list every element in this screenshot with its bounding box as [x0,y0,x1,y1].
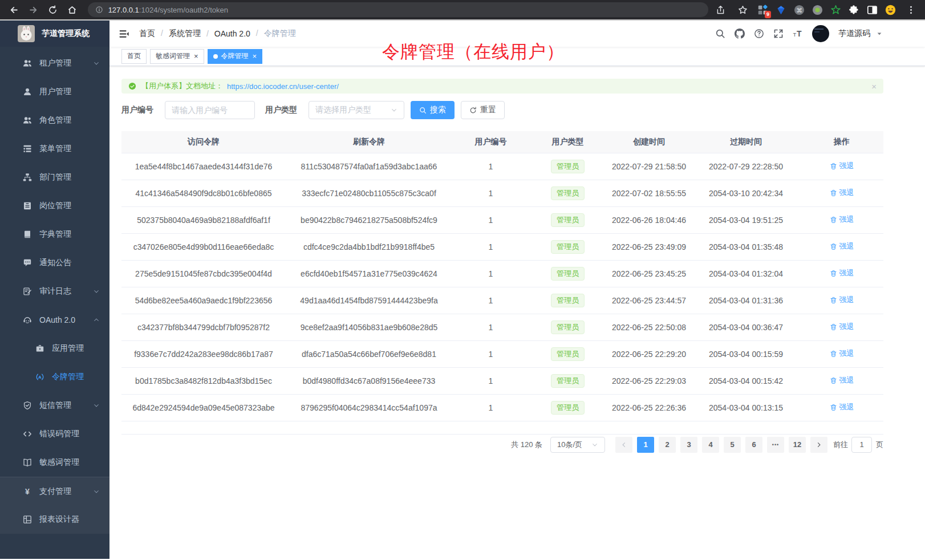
sidebar-item[interactable]: A 令牌管理 [0,363,109,391]
page-button[interactable]: 5 [724,437,741,453]
table-row: f9336e7c7dd242a283ee98dc86b17a87 dfa6c71… [121,340,883,367]
breadcrumb-item[interactable]: 令牌管理 [250,29,296,39]
page-button[interactable]: ••• [767,437,784,453]
sidebar-item[interactable]: 通知公告 [0,249,109,277]
view-tab[interactable]: 令牌管理 × [208,49,263,64]
goto-suffix: 页 [876,440,883,450]
chevron-down-icon [591,441,598,448]
sidebar-menu: 租户管理 用户管理 角色管理 菜单管理 部门管理 [0,47,109,534]
browser-reload-icon[interactable] [46,2,60,17]
search-form: 用户编号 用户类型 请选择用户类型 搜索 重置 [121,101,883,119]
reset-button[interactable]: 重置 [461,101,505,119]
sidebar-item[interactable]: ¥ 支付管理 [0,477,109,505]
browser-back-icon[interactable] [7,2,22,17]
extension-green-star-icon[interactable] [830,5,841,15]
page-button[interactable]: 2 [659,437,676,453]
breadcrumb-item[interactable]: OAuth 2.0 [201,29,250,38]
browser-menu-icon[interactable] [903,2,918,17]
sidebar-item[interactable]: 角色管理 [0,106,109,135]
sidebar-item[interactable]: 短信管理 [0,391,109,420]
doc-link[interactable]: https://doc.iocoder.cn/user-center/ [227,82,339,91]
page-button[interactable]: 12 [789,437,806,453]
page-button[interactable]: 4 [702,437,719,453]
sidebar-item[interactable]: 菜单管理 [0,135,109,163]
force-logout-button[interactable]: 强退 [830,214,854,225]
breadcrumb-item[interactable]: 系统管理 [155,29,201,39]
browser-toolbar-right: 9 ⌘ [713,2,918,17]
force-logout-button[interactable]: 强退 [830,161,854,171]
page-button[interactable]: 3 [680,437,697,453]
force-logout-button[interactable]: 强退 [830,241,854,251]
user-avatar[interactable] [812,25,829,42]
browser-chrome: 127.0.0.1:1024/system/oauth2/token 9 ⌘ [0,0,925,21]
success-check-icon [128,82,136,90]
font-size-icon[interactable]: TT [793,29,803,39]
browser-forward-icon[interactable] [26,2,41,17]
sidebar-toggle-icon[interactable] [119,29,129,39]
sidebar-item[interactable]: 敏感词管理 [0,448,109,477]
sidebar-item[interactable]: 报表设计器 [0,505,109,534]
tab-close-icon[interactable]: × [194,52,198,60]
side-panel-icon[interactable] [867,5,878,15]
github-icon[interactable] [735,29,745,39]
fullscreen-icon[interactable] [773,29,784,39]
search-button[interactable]: 搜索 [411,101,455,119]
extension-gem-icon[interactable] [776,5,786,15]
force-logout-button[interactable]: 强退 [830,375,854,385]
table-row: 502375b8040a469a9b82188afdf6af1f be90422… [121,206,883,233]
force-logout-button[interactable]: 强退 [830,295,854,305]
profile-avatar-icon[interactable] [885,5,896,15]
site-info-icon[interactable] [95,6,103,14]
page-button[interactable]: 6 [745,437,762,453]
alert-close-icon[interactable]: × [871,82,877,91]
sidebar-item[interactable]: OAuth 2.0 [0,306,109,334]
breadcrumb-item[interactable]: 首页 [139,29,155,39]
sidebar-item[interactable]: 审计日志 [0,277,109,306]
view-tab[interactable]: 敏感词管理 × [150,49,204,64]
header-search-icon[interactable] [715,29,725,39]
user-id-input[interactable] [165,101,255,119]
sidebar-item[interactable]: 部门管理 [0,163,109,192]
help-icon[interactable] [754,29,764,39]
sidebar-item[interactable]: 岗位管理 [0,192,109,220]
caret-down-icon[interactable] [876,30,883,37]
prev-page-button[interactable] [615,437,632,453]
view-tab-label: 令牌管理 [221,51,249,61]
bookmark-star-icon[interactable] [735,2,750,17]
next-page-button[interactable] [810,437,827,453]
extension-grid-icon[interactable]: 9 [757,5,768,15]
sidebar: 芋道管理系统 租户管理 用户管理 角色管理 菜单管理 [0,21,109,559]
sidebar-item[interactable]: 租户管理 [0,49,109,78]
menu-item-icon [23,429,32,439]
extension-command-icon[interactable]: ⌘ [794,5,805,15]
sidebar-item[interactable]: 应用管理 [0,334,109,363]
user-type-badge: 管理员 [551,294,585,307]
page-button[interactable]: 1 [637,437,654,453]
force-logout-button[interactable]: 强退 [830,188,854,198]
force-logout-button[interactable]: 强退 [830,402,854,412]
navbar-actions: TT 芋道源码 [715,25,883,42]
browser-home-icon[interactable] [65,2,80,17]
chevron-icon [93,459,100,466]
goto-page-input[interactable] [851,437,872,453]
view-tab[interactable]: 首页 × [121,49,147,64]
user-name[interactable]: 芋道源码 [838,29,870,39]
extension-record-icon[interactable] [812,5,823,15]
table-row: b0d1785bc3a8482f812db4a3f3bd15ec b0df498… [121,367,883,394]
share-icon[interactable] [713,2,728,17]
user-type-select[interactable]: 请选择用户类型 [309,101,404,119]
force-logout-button[interactable]: 强退 [830,268,854,278]
extensions-puzzle-icon[interactable] [849,5,859,15]
force-logout-button[interactable]: 强退 [830,322,854,332]
app-logo[interactable]: 芋道管理系统 [0,21,109,47]
user-type-badge: 管理员 [551,160,585,173]
sidebar-item[interactable]: 字典管理 [0,220,109,249]
menu-item-label: 审计日志 [39,286,71,297]
force-logout-button[interactable]: 强退 [830,348,854,359]
user-type-badge: 管理员 [551,186,585,200]
tab-close-icon[interactable]: × [253,52,257,60]
address-bar[interactable]: 127.0.0.1:1024/system/oauth2/token [88,2,708,17]
sidebar-item[interactable]: 错误码管理 [0,420,109,448]
sidebar-item[interactable]: 用户管理 [0,78,109,106]
page-size-select[interactable]: 10条/页 [550,437,605,453]
